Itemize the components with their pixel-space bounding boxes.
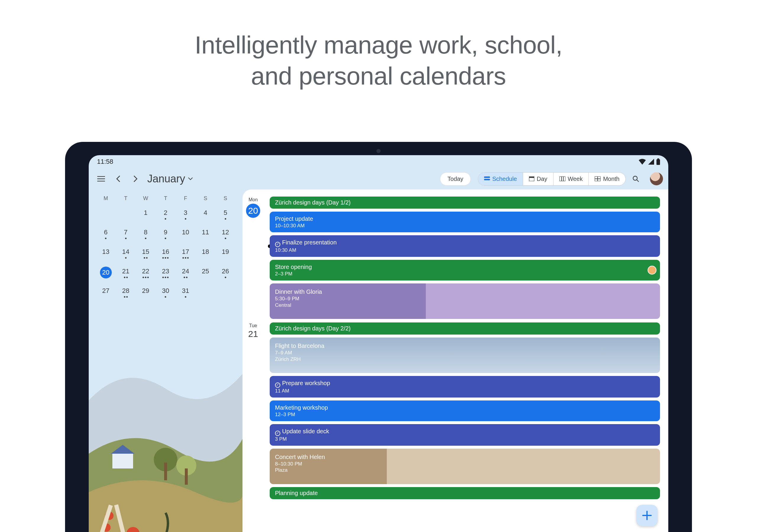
mini-calendar-dow: T bbox=[156, 195, 175, 202]
mini-calendar-day[interactable]: 22 bbox=[136, 267, 156, 280]
status-icons bbox=[639, 159, 660, 165]
mini-calendar-day[interactable]: 4 bbox=[196, 208, 215, 221]
event-card[interactable]: ✓Update slide deck3 PM bbox=[270, 424, 660, 446]
schedule-dow: Tue bbox=[242, 323, 264, 328]
mini-calendar-day[interactable]: 27 bbox=[96, 286, 116, 299]
view-schedule-label: Schedule bbox=[492, 176, 517, 182]
view-day[interactable]: Day bbox=[523, 173, 553, 185]
today-button[interactable]: Today bbox=[440, 172, 470, 186]
event-card[interactable]: Planning update bbox=[270, 487, 660, 499]
view-week[interactable]: Week bbox=[553, 173, 589, 185]
event-card[interactable]: ✓Finalize presentation10:30 AM bbox=[270, 235, 660, 257]
view-month-label: Month bbox=[603, 176, 620, 182]
mini-calendar-day-number: 10 bbox=[182, 227, 189, 237]
mini-calendar-day[interactable]: 13 bbox=[96, 247, 116, 260]
event-dots bbox=[125, 257, 127, 259]
event-card[interactable]: Flight to Barcelona7–9 AMZürich ZRH bbox=[270, 338, 660, 373]
mini-calendar-day[interactable]: 21 bbox=[116, 267, 136, 280]
next-button[interactable] bbox=[128, 172, 142, 186]
mini-calendar-day[interactable]: 29 bbox=[136, 286, 156, 299]
event-dots bbox=[225, 277, 226, 278]
search-button[interactable] bbox=[629, 172, 643, 186]
event-location: Zürich ZRH bbox=[275, 356, 655, 362]
mini-calendar-day-number: 15 bbox=[142, 247, 149, 256]
mini-calendar-day[interactable]: 30 bbox=[156, 286, 175, 299]
event-card[interactable]: ✓Prepare workshop11 AM bbox=[270, 376, 660, 398]
account-avatar[interactable] bbox=[650, 172, 663, 185]
create-event-fab[interactable] bbox=[636, 505, 658, 526]
mini-calendar-day[interactable]: 10 bbox=[176, 227, 196, 241]
mini-calendar-day[interactable]: 2 bbox=[156, 208, 175, 221]
mini-calendar-day[interactable]: 17 bbox=[176, 247, 196, 260]
event-location: Central bbox=[275, 302, 655, 308]
event-dots bbox=[225, 218, 226, 220]
event-card[interactable]: Dinner with Gloria5:30–9 PMCentral bbox=[270, 283, 660, 319]
mini-calendar-day[interactable]: 11 bbox=[196, 227, 215, 241]
event-list: Zürich design days (Day 1/2)Project upda… bbox=[270, 196, 660, 319]
schedule-day-label[interactable]: Mon20 bbox=[242, 196, 264, 319]
mini-calendar-day[interactable]: 19 bbox=[216, 247, 235, 260]
mini-calendar-day[interactable]: 8 bbox=[136, 227, 156, 241]
mini-calendar-day[interactable]: 12 bbox=[216, 227, 235, 241]
event-dots bbox=[145, 238, 146, 239]
status-time: 11:58 bbox=[97, 158, 113, 165]
event-dots bbox=[142, 277, 149, 278]
mini-calendar-day[interactable]: 1 bbox=[136, 208, 156, 221]
screen: 11:58 January Today bbox=[89, 155, 668, 532]
view-switcher: Schedule Day Week Month bbox=[478, 172, 626, 186]
view-week-label: Week bbox=[568, 176, 583, 182]
menu-button[interactable] bbox=[94, 172, 108, 186]
mini-calendar-day[interactable]: 26 bbox=[216, 267, 235, 280]
mini-calendar-day[interactable]: 24 bbox=[176, 267, 196, 280]
mini-calendar-day[interactable]: 15 bbox=[136, 247, 156, 260]
mini-calendar-day bbox=[96, 208, 116, 221]
event-card[interactable]: Concert with Helen8–10:30 PMPlaza bbox=[270, 449, 660, 484]
mini-calendar-day-number: 31 bbox=[182, 286, 189, 296]
schedule-day-label[interactable]: Tue21 bbox=[242, 322, 264, 499]
view-day-label: Day bbox=[537, 176, 547, 182]
mini-calendar-day[interactable]: 3 bbox=[176, 208, 196, 221]
mini-calendar-day[interactable]: 6 bbox=[96, 227, 116, 241]
month-icon bbox=[595, 176, 601, 181]
mini-calendar-day[interactable]: 28 bbox=[116, 286, 136, 299]
day-icon bbox=[529, 176, 534, 181]
event-card[interactable]: Project update10–10:30 AM bbox=[270, 212, 660, 232]
mini-calendar-grid: MTWTFSS123456789101112131415161718192021… bbox=[96, 195, 235, 299]
prev-button[interactable] bbox=[111, 172, 125, 186]
schedule-daynum: 20 bbox=[246, 204, 260, 218]
mini-calendar-day[interactable]: 25 bbox=[196, 267, 215, 280]
event-card[interactable]: Zürich design days (Day 1/2) bbox=[270, 196, 660, 209]
search-icon bbox=[632, 175, 639, 182]
event-title: ✓Finalize presentation bbox=[275, 239, 655, 247]
mini-calendar-dow: S bbox=[196, 195, 215, 202]
event-dots bbox=[125, 238, 127, 239]
event-time: 12–3 PM bbox=[275, 411, 655, 418]
event-title: Marketing workshop bbox=[275, 404, 655, 411]
view-schedule[interactable]: Schedule bbox=[478, 173, 523, 185]
event-dots bbox=[225, 238, 226, 239]
promo-headline: Intelligently manage work, school, and p… bbox=[0, 30, 757, 92]
tablet-frame: 11:58 January Today bbox=[65, 142, 692, 532]
mini-calendar-day[interactable]: 16 bbox=[156, 247, 175, 260]
mini-calendar-day[interactable]: 18 bbox=[196, 247, 215, 260]
event-card[interactable]: Marketing workshop12–3 PM bbox=[270, 400, 660, 421]
mini-calendar-day-number: 3 bbox=[184, 208, 187, 218]
mini-calendar-day[interactable]: 7 bbox=[116, 227, 136, 241]
event-dots bbox=[124, 277, 128, 278]
mini-calendar-day[interactable]: 31 bbox=[176, 286, 196, 299]
mini-calendar-day[interactable]: 20 bbox=[96, 267, 116, 280]
month-selector[interactable]: January bbox=[147, 173, 193, 185]
event-card[interactable]: Store opening2–3 PM bbox=[270, 260, 660, 281]
event-card[interactable]: Zürich design days (Day 2/2) bbox=[270, 322, 660, 335]
mini-calendar-day[interactable]: 23 bbox=[156, 267, 175, 280]
mini-calendar-day[interactable]: 14 bbox=[116, 247, 136, 260]
event-dots bbox=[144, 257, 148, 259]
mini-calendar-day[interactable]: 5 bbox=[216, 208, 235, 221]
event-title: Concert with Helen bbox=[275, 453, 655, 461]
mini-calendar-day-number: 20 bbox=[100, 267, 112, 279]
view-month[interactable]: Month bbox=[589, 173, 625, 185]
mini-calendar-day-number: 24 bbox=[182, 267, 189, 276]
mini-calendar-day[interactable]: 9 bbox=[156, 227, 175, 241]
task-check-icon: ✓ bbox=[275, 382, 280, 388]
event-dots bbox=[105, 238, 106, 239]
